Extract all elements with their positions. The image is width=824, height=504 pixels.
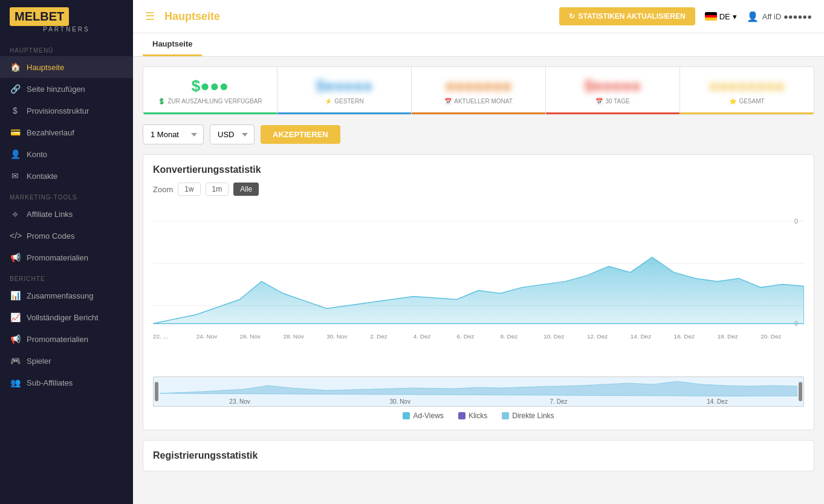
registrierung-section: Registrierungsstatistik xyxy=(143,440,814,471)
dollar-icon: $ xyxy=(10,106,21,115)
stat-label-gesamt: ⭐ GESAMT xyxy=(692,98,802,105)
legend-label-klicks: Klicks xyxy=(469,412,487,420)
sidebar-item-spieler[interactable]: 🎮 Spieler xyxy=(0,350,133,372)
refresh-icon: ↻ xyxy=(569,12,575,21)
period-select[interactable]: 1 Monat 1 Woche 3 Monate 6 Monate xyxy=(143,124,204,144)
stats-row: $●●● 💲 ZUR AUSZAHLUNG VERFÜGBAR $●●●●● ⚡… xyxy=(143,66,814,115)
svg-text:18. Dez: 18. Dez xyxy=(717,333,738,340)
svg-text:16. Dez: 16. Dez xyxy=(674,333,695,340)
sidebar-item-sub-affiliates[interactable]: 👥 Sub-Affiliates xyxy=(0,372,133,393)
content-area: Hauptseite $●●● 💲 ZUR AUSZAHLUNG VERFÜGB… xyxy=(133,33,824,504)
sidebar-label-bezahl: Bezahlverlauf xyxy=(27,128,74,137)
chart-container: 0 0 22. ... 24. Nov 26. Nov 28. Nov xyxy=(153,203,804,374)
stat-bar-gestern xyxy=(277,112,411,114)
promo-icon: </> xyxy=(10,231,21,241)
main-menu-label: HAUPTMENÜ xyxy=(0,40,133,56)
stat-value-monat: ●●●●●●● xyxy=(424,77,533,95)
bar-chart-icon: 📊 xyxy=(10,291,21,300)
sidebar-item-affiliate-links[interactable]: ⎆ Affiliate Links xyxy=(0,203,133,225)
calendar-icon: 📅 xyxy=(444,98,452,105)
nav-date-2: 30. Nov xyxy=(389,398,410,405)
accept-button[interactable]: AKZEPTIEREN xyxy=(261,125,340,144)
legend-klicks: Klicks xyxy=(458,412,487,420)
stat-card-auszahlung: $●●● 💲 ZUR AUSZAHLUNG VERFÜGBAR xyxy=(143,67,277,114)
header: ☰ Hauptseite ↻ STATISTIKEN AKTUALISIEREN… xyxy=(133,0,824,33)
sidebar-label-kontakte: Kontakte xyxy=(27,172,57,181)
wallet-icon: 💲 xyxy=(158,98,165,105)
megaphone2-icon: 📢 xyxy=(10,334,21,344)
legend-label-direkte: Direkte Links xyxy=(512,412,554,420)
legend-ad-views: Ad-Views xyxy=(403,412,443,420)
language-selector[interactable]: DE ▾ xyxy=(705,12,737,21)
legend-dot-ad-views xyxy=(403,412,410,419)
sidebar-item-promomaterialien-marketing[interactable]: 📢 Promomaterialien xyxy=(0,247,133,268)
logo-brand: MELBET xyxy=(15,10,64,23)
svg-text:26. Nov: 26. Nov xyxy=(240,333,261,340)
nav-date-3: 7. Dez xyxy=(550,398,568,405)
card-icon: 💳 xyxy=(10,128,21,137)
logo-sub: PARTNERS xyxy=(10,26,123,33)
svg-text:0: 0 xyxy=(794,218,798,225)
zoom-1w-button[interactable]: 1w xyxy=(178,183,200,196)
legend-dot-direkte xyxy=(502,412,509,419)
chart-title: Konvertierungsstatistik xyxy=(153,164,804,175)
affiliate-icon: ⎆ xyxy=(10,209,21,219)
sidebar-label-sub: Sub-Affiliates xyxy=(27,378,73,387)
sidebar-item-provisionsstruktur[interactable]: $ Provisionsstruktur xyxy=(0,100,133,121)
stat-card-monat: ●●●●●●● 📅 AKTUELLER MONAT xyxy=(412,67,546,114)
stat-card-gesamt: ●●●●●●●● ⭐ GESAMT xyxy=(680,67,814,114)
svg-text:24. Nov: 24. Nov xyxy=(196,333,217,340)
legend-dot-klicks xyxy=(458,412,466,419)
svg-text:28. Nov: 28. Nov xyxy=(283,333,303,340)
sidebar-item-vollstandiger-bericht[interactable]: 📈 Vollständiger Bericht xyxy=(0,306,133,328)
sidebar-item-zusammenfassung[interactable]: 📊 Zusammenfassung xyxy=(0,285,133,306)
nav-handle-left[interactable] xyxy=(155,382,158,401)
stat-bar-30tage xyxy=(546,112,680,114)
hamburger-icon[interactable]: ☰ xyxy=(145,10,155,23)
user-info: 👤 Aff iD ●●●●●● xyxy=(747,11,812,22)
legend-label-ad-views: Ad-Views xyxy=(413,412,443,420)
stat-label-30tage: 📅 30 TAGE xyxy=(558,98,667,105)
chart-navigator[interactable]: 23. Nov 30. Nov 7. Dez 14. Dez xyxy=(153,376,804,407)
sidebar-item-promo-codes[interactable]: </> Promo Codes xyxy=(0,225,133,247)
svg-text:10. Dez: 10. Dez xyxy=(543,333,564,340)
currency-select[interactable]: USD EUR RUB xyxy=(210,124,255,144)
sidebar-label-spieler: Spieler xyxy=(27,357,51,366)
svg-text:14. Dez: 14. Dez xyxy=(631,333,651,340)
sidebar-label-promomat1: Promomaterialien xyxy=(27,253,88,262)
zoom-label: Zoom xyxy=(153,185,173,194)
sidebar-label-zusammen: Zusammenfassung xyxy=(27,291,94,300)
nav-handle-right[interactable] xyxy=(799,382,802,401)
sidebar-item-promomaterialien-berichte[interactable]: 📢 Promomaterialien xyxy=(0,328,133,350)
zoom-all-button[interactable]: Alle xyxy=(233,183,259,196)
account-icon: 👤 xyxy=(747,11,759,22)
chevron-down-icon: ▾ xyxy=(733,12,737,21)
berichte-label: BERICHTE xyxy=(0,268,133,285)
filter-row: 1 Monat 1 Woche 3 Monate 6 Monate USD EU… xyxy=(143,124,814,144)
sidebar-item-bezahlverlauf[interactable]: 💳 Bezahlverlauf xyxy=(0,121,133,143)
nav-date-4: 14. Dez xyxy=(707,398,727,405)
sidebar-label-promo: Promo Codes xyxy=(27,231,74,241)
sidebar-item-seite-hinzufugen[interactable]: 🔗 Seite hinzufügen xyxy=(0,78,133,100)
stat-value-gesamt: ●●●●●●●● xyxy=(692,77,802,95)
stat-value-gestern: $●●●●● xyxy=(290,77,399,95)
megaphone-icon: 📢 xyxy=(10,253,21,262)
sidebar-item-konto[interactable]: 👤 Konto xyxy=(0,143,133,165)
nav-date-1: 23. Nov xyxy=(229,398,250,405)
svg-text:4. Dez: 4. Dez xyxy=(414,333,431,340)
refresh-button[interactable]: ↻ STATISTIKEN AKTUALISIEREN xyxy=(559,7,695,25)
mail-icon: ✉ xyxy=(10,171,21,181)
sidebar-item-hauptseite[interactable]: 🏠 Hauptseite xyxy=(0,56,133,78)
logo: MELBET PARTNERS xyxy=(0,0,133,40)
zoom-1m-button[interactable]: 1m xyxy=(206,183,229,196)
sidebar-item-kontakte[interactable]: ✉ Kontakte xyxy=(0,165,133,187)
sidebar-label-affiliate: Affiliate Links xyxy=(27,210,73,219)
sidebar-label-konto: Konto xyxy=(27,150,47,159)
active-tab[interactable]: Hauptseite xyxy=(143,33,202,56)
lang-label: DE xyxy=(719,12,730,21)
sidebar: MELBET PARTNERS HAUPTMENÜ 🏠 Hauptseite 🔗… xyxy=(0,0,133,504)
legend-direkte-links: Direkte Links xyxy=(502,412,554,420)
svg-text:8. Dez: 8. Dez xyxy=(500,333,517,340)
refresh-label: STATISTIKEN AKTUALISIEREN xyxy=(579,12,686,21)
svg-text:30. Nov: 30. Nov xyxy=(326,333,347,340)
